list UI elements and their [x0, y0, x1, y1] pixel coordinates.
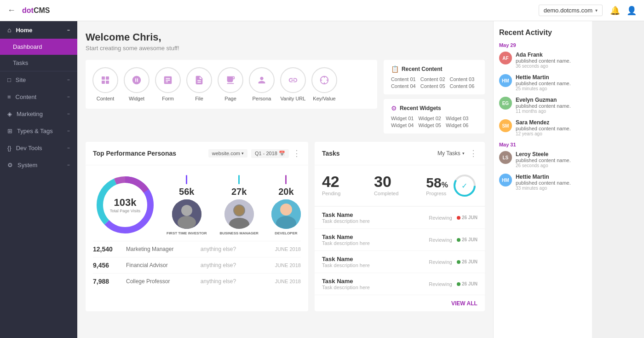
activity-item-leroy-steele: LS Leroy Steele published content name. …: [499, 151, 586, 168]
dev-tools-icon: {}: [7, 145, 12, 152]
marketing-icon: ◈: [7, 111, 12, 117]
row1-label: Marketing Manager: [126, 246, 195, 252]
tasks-filter-arrow: ▾: [462, 151, 465, 156]
content-link-06[interactable]: Content 06: [450, 83, 475, 89]
table-row-1: 12,540 Marketing Manager anything else? …: [93, 241, 301, 257]
qa-vanity-url[interactable]: Vanity URL: [280, 67, 306, 101]
sidebar-item-system[interactable]: ⚙ System −: [0, 157, 77, 174]
time-hettie-martin-2: 33 minutes ago: [516, 186, 571, 191]
widget-link-02[interactable]: Widget 02: [418, 116, 441, 121]
qa-form-label: Form: [162, 96, 174, 101]
task3-desc: Task description here: [322, 262, 424, 268]
activity-date-may31: May 31: [499, 142, 586, 147]
main-content: Welcome Chris, Start creating some aweso…: [77, 21, 493, 338]
table-row-3: 7,988 College Professor anything else? J…: [93, 273, 301, 289]
notification-icon[interactable]: 🔔: [610, 6, 620, 16]
dashboard-label: Dashboard: [13, 43, 42, 50]
sidebar-item-tasks[interactable]: Tasks: [0, 55, 77, 71]
qa-file-icon-circle: [186, 67, 212, 93]
qa-key-value[interactable]: Key/Value: [311, 67, 338, 101]
sidebar-item-home[interactable]: ⌂ Home −: [0, 21, 77, 39]
time-leroy-steele: 26 seconds ago: [516, 163, 571, 168]
persona-value-1: 56k: [179, 186, 194, 197]
types-tags-arrow: −: [67, 128, 70, 134]
task2-desc: Task description here: [322, 240, 424, 246]
tasks-panel-title: Tasks: [322, 150, 437, 157]
top-personas-title: Top Performance Personas: [93, 150, 208, 157]
content-link-03[interactable]: Content 03: [450, 76, 475, 82]
row2-label: Financial Advisor: [126, 262, 195, 268]
progress-pct: %: [442, 181, 448, 189]
dev-tools-label: Dev Tools: [16, 145, 42, 152]
qa-form-icon-circle: [155, 67, 181, 93]
sidebar-item-dev-tools[interactable]: {} Dev Tools −: [0, 140, 77, 157]
tasks-more-icon[interactable]: ⋮: [469, 148, 477, 158]
tasks-filter-selector[interactable]: My Tasks ▾: [437, 150, 465, 157]
qa-persona[interactable]: Persona: [248, 67, 275, 101]
topbar-logo: dotCMS: [22, 6, 50, 15]
dev-tools-arrow: −: [67, 146, 70, 151]
persona-name-2: BUSINESS MANAGER: [219, 231, 258, 235]
website-selector[interactable]: website.com ▾: [208, 149, 247, 157]
domain-selector[interactable]: demo.dotcms.com ▾: [539, 5, 603, 16]
widget-link-06[interactable]: Widget 06: [446, 122, 469, 128]
qa-form[interactable]: Form: [155, 67, 181, 101]
name-leroy-steele: Leroy Steele: [516, 151, 571, 157]
content-link-04[interactable]: Content 04: [391, 83, 416, 89]
top-personas-panel: Top Performance Personas website.com ▾ Q…: [86, 142, 308, 311]
sidebar-item-site[interactable]: □ Site −: [0, 71, 77, 88]
qa-content[interactable]: Content: [92, 67, 119, 101]
calendar-icon: 📅: [279, 151, 285, 157]
task4-dot: [457, 282, 460, 286]
task4-date: 26 JUN: [462, 281, 477, 286]
personas-more-icon[interactable]: ⋮: [293, 148, 301, 158]
name-hettie-martin-2: Hettie Martin: [516, 174, 571, 180]
task2-date: 26 JUN: [462, 237, 477, 242]
task4-name: Task Name: [322, 278, 424, 285]
view-all-button[interactable]: VIEW ALL: [451, 300, 477, 307]
qa-vanity-url-label: Vanity URL: [281, 96, 306, 101]
activity-item-sara-mendez: SM Sara Mendez published content name. 1…: [499, 119, 586, 136]
period-selector[interactable]: Q1 - 2018 📅: [251, 149, 289, 158]
widget-link-01[interactable]: Widget 01: [391, 116, 414, 121]
qa-key-value-label: Key/Value: [313, 96, 335, 101]
task-row-2: Task Name Task description here Reviewin…: [315, 228, 485, 251]
persona-name-1: FIRST TIME INVESTOR: [167, 231, 207, 235]
content-link-05[interactable]: Content 05: [420, 83, 445, 89]
content-link-01[interactable]: Content 01: [391, 76, 416, 82]
home-label: Home: [16, 27, 32, 34]
content-link-02[interactable]: Content 02: [420, 76, 445, 82]
qa-widget[interactable]: Widget: [123, 67, 150, 101]
task4-status: Reviewing: [429, 281, 452, 287]
sidebar-item-content[interactable]: ≡ Content −: [0, 88, 77, 105]
qa-key-value-icon-circle: [311, 67, 337, 93]
sidebar-item-dashboard[interactable]: Dashboard: [0, 39, 77, 55]
persona-name-3: DEVELOPER: [275, 231, 297, 235]
back-button[interactable]: ←: [7, 6, 16, 15]
tasks-label: Tasks: [13, 59, 28, 66]
site-arrow: −: [67, 77, 70, 82]
sidebar-item-types-tags[interactable]: ⊞ Types & Tags −: [0, 122, 77, 140]
widget-link-03[interactable]: Widget 03: [446, 116, 469, 121]
task1-name: Task Name: [322, 211, 424, 218]
recent-widgets-title: Recent Widgets: [400, 105, 441, 111]
qa-page-label: Page: [224, 96, 236, 101]
home-arrow: −: [67, 28, 70, 33]
qa-page[interactable]: Page: [217, 67, 244, 101]
domain-dropdown-icon: ▾: [595, 8, 598, 13]
name-evelyn-guzman: Evelyn Guzman: [516, 97, 571, 103]
logo-dot: dot: [22, 6, 34, 15]
avatar-leroy-steele: LS: [499, 151, 512, 164]
widget-link-04[interactable]: Widget 04: [391, 122, 414, 128]
website-text: website.com: [212, 151, 240, 156]
time-sara-mendez: 12 years ago: [516, 131, 571, 136]
task1-status: Reviewing: [429, 215, 452, 221]
sidebar-item-marketing[interactable]: ◈ Marketing −: [0, 105, 77, 122]
user-icon[interactable]: 👤: [627, 6, 637, 16]
pending-label: Pending: [322, 191, 369, 196]
view-all-container: VIEW ALL: [315, 295, 485, 311]
donut-total-label: Total Page Visits: [110, 209, 140, 214]
qa-file[interactable]: File: [186, 67, 213, 101]
widget-link-05[interactable]: Widget 05: [418, 122, 441, 128]
recent-activity-panel: Recent Activity May 29 AF Ada Frank publ…: [493, 21, 592, 338]
